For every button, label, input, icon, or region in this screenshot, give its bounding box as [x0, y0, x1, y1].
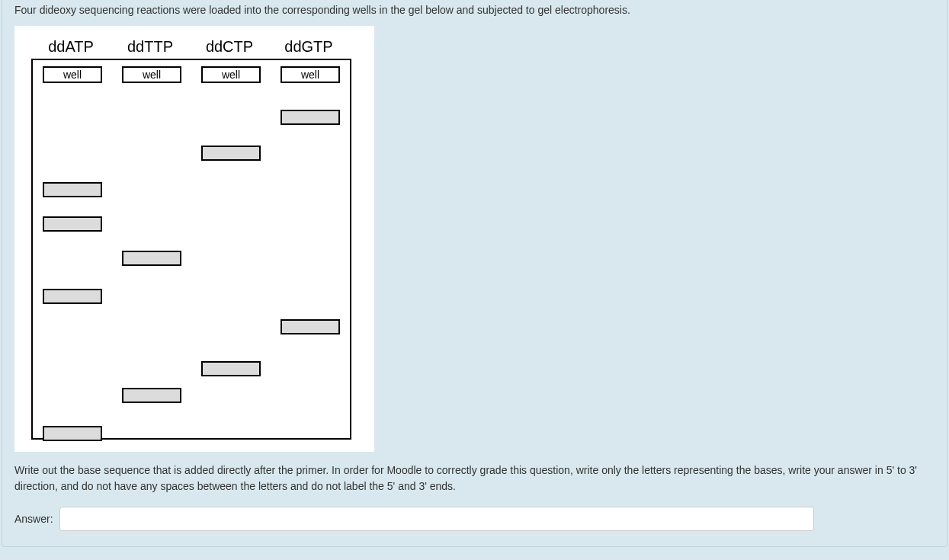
gel-lane-ddgtp: well	[271, 60, 350, 438]
gel-band	[201, 361, 261, 376]
well-ddctp: well	[201, 66, 261, 83]
gel-band	[43, 182, 102, 197]
gel-band	[43, 289, 102, 304]
well-ddttp: well	[122, 66, 181, 83]
well-ddatp: well	[43, 66, 102, 83]
question-container: Four dideoxy sequencing reactions were l…	[2, 0, 947, 547]
gel-lane-ddatp: well	[33, 60, 112, 438]
gel-band	[281, 319, 340, 334]
lane-headers: ddATP ddTTP ddCTP ddGTP	[27, 38, 362, 56]
well-ddgtp: well	[281, 66, 340, 83]
gel-band	[43, 426, 102, 441]
answer-label: Answer:	[14, 513, 53, 525]
lane-header-1: ddTTP	[115, 38, 185, 56]
gel-lane-ddctp: well	[191, 60, 271, 438]
gel-band	[43, 216, 102, 232]
answer-input[interactable]	[59, 507, 814, 531]
answer-row: Answer:	[14, 507, 935, 531]
question-intro-text: Four dideoxy sequencing reactions were l…	[14, 3, 935, 18]
gel-lane-ddttp: well	[112, 60, 191, 438]
gel-band	[201, 146, 261, 161]
gel-band	[122, 251, 181, 266]
gel-box: well well well well	[31, 59, 351, 440]
question-instructions: Write out the base sequence that is adde…	[14, 462, 935, 494]
gel-area: ddATP ddTTP ddCTP ddGTP well well well w…	[27, 38, 362, 440]
gel-band	[122, 388, 181, 403]
gel-diagram-wrapper: ddATP ddTTP ddCTP ddGTP well well well w…	[14, 26, 374, 452]
lane-header-2: ddCTP	[194, 38, 265, 56]
gel-band	[281, 110, 340, 125]
lane-header-3: ddGTP	[274, 38, 344, 56]
lane-header-0: ddATP	[36, 38, 106, 56]
